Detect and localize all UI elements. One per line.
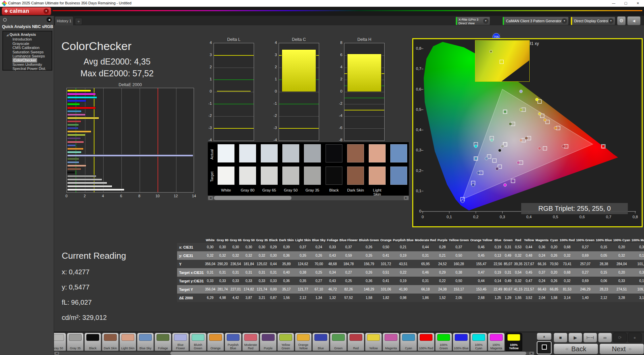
pattern-button-foliage[interactable]: Foliage <box>155 333 171 351</box>
maximize-icon[interactable]: ▢ <box>620 0 632 7</box>
table-cell: 125,02 <box>255 260 269 268</box>
sidebar-item-spectral-power-dist-[interactable]: Spectral Power Dist. <box>3 67 52 71</box>
pattern-button-bluish-green[interactable]: Bluish Green <box>190 333 206 351</box>
meter-dropdown[interactable]: X-Rite i1Pro 3 Direct View ▼ <box>455 17 490 25</box>
target-swatch-gray-80 <box>239 167 256 185</box>
column-header: Cyan <box>549 237 559 243</box>
gear-icon[interactable]: ⚙ <box>617 16 626 25</box>
table-cell: 0,37 <box>535 268 549 277</box>
table-cell: 181,84 <box>242 260 255 268</box>
table-cell: 6,29 <box>204 294 216 302</box>
arrow-left-icon[interactable]: ◀ <box>208 196 213 200</box>
table-cell: 0,33 <box>216 277 229 285</box>
mini-y-tick: -2 <box>334 101 342 105</box>
blank-pattern-button[interactable] <box>537 341 552 354</box>
loop-icon[interactable]: ∞ <box>598 333 612 343</box>
table-cell: 0,59 <box>339 251 358 260</box>
arrow-left-icon[interactable]: ◀ <box>54 352 59 355</box>
calman-menu-button[interactable]: ❖ calman ▼ <box>2 7 51 15</box>
pattern-button-blue[interactable]: Blue <box>312 333 329 351</box>
pattern-button-100-cyan[interactable]: 100% Cyan <box>470 333 487 351</box>
tab-history-1[interactable]: History 1 <box>55 16 74 25</box>
pattern-bar-scrollbar[interactable]: ◀ ▶ <box>54 352 534 355</box>
swatch-scrollbar[interactable]: ◀ ▶ <box>208 196 409 200</box>
mini-gridline <box>214 68 254 68</box>
sidebar-item-colorchecker[interactable]: ColorChecker <box>3 58 52 62</box>
display-control-dropdown[interactable]: Direct Display Control ▼ <box>570 17 615 25</box>
play-icon[interactable]: ▶ <box>568 333 582 343</box>
pattern-button-100-magenta[interactable]: 100% Magenta <box>488 333 505 351</box>
actual-swatch-blue-sky <box>390 144 407 162</box>
pattern-button-red[interactable]: Red <box>347 333 364 351</box>
add-tab-button[interactable]: + <box>75 18 82 25</box>
pattern-button-moderate-red[interactable]: Moderate Red <box>242 333 259 351</box>
close-icon[interactable]: ✕ <box>632 0 644 7</box>
pattern-button-magenta[interactable]: Magenta <box>383 333 399 351</box>
panel-collapse-icon[interactable]: ◀ <box>627 16 641 25</box>
pattern-button-yellow[interactable]: Yellow <box>365 333 382 351</box>
pattern-generator-dropdown[interactable]: CalMAN Client 3 Pattern Generator ▼ <box>502 17 569 25</box>
chevron-down-icon: ▼ <box>44 8 49 14</box>
column-header: Light Skin <box>295 237 311 243</box>
sidebar-collapse-icon[interactable]: ◀ <box>47 17 52 22</box>
swatch-scroll-thumb[interactable] <box>214 196 291 200</box>
sidebar-item-cms-calibration[interactable]: CMS Calibration <box>3 46 52 50</box>
logo-band: ❖ calman ▼ <box>0 7 644 16</box>
record-session-icon[interactable] <box>3 18 7 22</box>
pattern-button-orange[interactable]: Orange <box>207 333 224 351</box>
target-swatch-dark-skin <box>347 167 364 185</box>
deltae-bar-purplish-blue <box>67 144 76 147</box>
pattern-button-100-yellow[interactable]: 100% Yellow <box>505 333 522 351</box>
pattern-button-green[interactable]: Green <box>330 333 347 351</box>
pattern-button-orange-yellow[interactable]: Orange Yellow <box>295 333 312 351</box>
table-cell: 1,82 <box>380 294 392 302</box>
table-cell: 66,85 <box>549 285 559 294</box>
swatch-label: White <box>218 188 234 192</box>
sidebar-item-grayscale[interactable]: Grayscale <box>3 42 52 46</box>
sidebar-item-screen-uniformity[interactable]: Screen Uniformity <box>3 62 52 67</box>
tree-expander-icon: ◢ <box>6 33 8 36</box>
table-cell: 85,07 <box>503 260 513 268</box>
arrow-right-icon[interactable]: ▶ <box>529 352 534 355</box>
deltae-x-tick: 0 <box>62 194 71 198</box>
pattern-button-purplish-blue[interactable]: Purplish Blue <box>225 333 242 351</box>
arrow-right-icon[interactable]: ▶ <box>404 196 409 200</box>
pattern-button-black[interactable]: Black <box>84 333 101 351</box>
arrow-up-icon[interactable]: ▲ <box>537 333 552 340</box>
pattern-button-gray-50[interactable]: Gray 50 <box>54 333 66 351</box>
pattern-button-label: Magenta <box>384 347 398 350</box>
sidebar-item-saturation-sweeps[interactable]: Saturation Sweeps <box>3 50 52 54</box>
deltae-x-tick: 2 <box>80 194 89 198</box>
pattern-button-purple[interactable]: Purple <box>260 333 277 351</box>
pattern-scroll-thumb[interactable] <box>170 352 526 355</box>
pattern-button-dark-skin[interactable]: Dark Skin <box>102 333 119 351</box>
back-label: Back <box>571 345 586 353</box>
table-cell: 0,26 <box>358 268 380 277</box>
pattern-button-label: Moderate Red <box>243 344 258 350</box>
pattern-button-100-red[interactable]: 100% Red <box>418 333 435 351</box>
table-cell: 0,47 <box>523 277 535 285</box>
pattern-button-100-green[interactable]: 100% Green <box>435 333 452 351</box>
pattern-button-blue-flower[interactable]: Blue Flower <box>172 333 189 351</box>
pattern-window-icon[interactable]: ⊢⊣ <box>583 333 597 343</box>
sidebar-item-introduction[interactable]: Introduction <box>3 37 52 41</box>
sidebar-item-luminance-sweeps[interactable]: Luminance Sweeps <box>3 54 52 58</box>
row-label: y: CIE31 <box>177 251 204 260</box>
pattern-button-cyan[interactable]: Cyan <box>400 333 417 351</box>
pattern-button-blue-sky[interactable]: Blue Sky <box>137 333 154 351</box>
pattern-button-yellow-green[interactable]: Yellow Green <box>277 333 294 351</box>
pattern-color-chip <box>490 334 503 341</box>
pattern-button-light-skin[interactable]: Light Skin <box>119 333 136 351</box>
table-cell: 0,13 <box>493 251 503 260</box>
tree-root[interactable]: ◢Quick Analysis <box>3 32 52 37</box>
table-cell: 217,67 <box>523 260 535 268</box>
back-button[interactable]: « Back <box>554 344 598 354</box>
pattern-button-gray-35[interactable]: Gray 35 <box>67 333 84 351</box>
stop-icon[interactable]: ■ <box>554 333 567 343</box>
next-button[interactable]: Next » <box>599 344 644 354</box>
table-cell: 24,38 <box>437 285 448 294</box>
pattern-button-100-blue[interactable]: 100% Blue <box>453 333 470 351</box>
inset-target-marker <box>500 60 504 64</box>
minimize-icon[interactable]: — <box>608 0 620 7</box>
delta-c-bar <box>282 49 316 92</box>
